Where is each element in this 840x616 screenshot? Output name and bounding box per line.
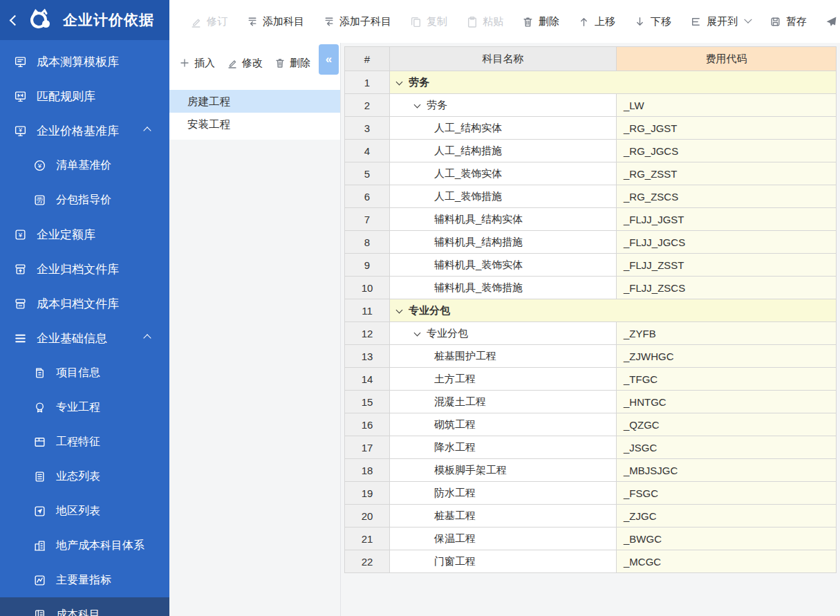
subject-name-cell[interactable]: 人工_结构措施 [390, 140, 617, 162]
subject-name-cell[interactable]: 桩基工程 [390, 505, 617, 528]
publish-button[interactable]: 发布 [825, 15, 840, 28]
caret-down-icon[interactable] [396, 306, 403, 313]
copy-button[interactable]: 复制 [410, 15, 447, 28]
sidebar-item-list-base-price[interactable]: ¥ 清单基准价 [0, 148, 169, 183]
paste-button[interactable]: 粘贴 [466, 15, 503, 28]
table-row[interactable]: 6 人工_装饰措施 _RG_ZSCS [345, 185, 837, 208]
table-row[interactable]: 10 辅料机具_装饰措施 _FLJJ_ZSCS [345, 277, 837, 299]
sidebar-item-enterprise-basic-info[interactable]: 企业基础信息 [0, 321, 169, 355]
table-row[interactable]: 12 专业分包 _ZYFB [345, 322, 837, 345]
modify-button[interactable]: 修改 [227, 57, 263, 70]
table-row[interactable]: 13 桩基围护工程 _ZJWHGC [345, 345, 837, 368]
fee-code-cell[interactable]: _HNTGC [617, 391, 837, 413]
back-icon[interactable] [10, 15, 21, 26]
table-row[interactable]: 5 人工_装饰实体 _RG_ZSST [345, 162, 837, 185]
fee-code-cell[interactable]: _RG_JGST [617, 117, 837, 140]
subject-name-cell[interactable]: 专业分包 [390, 322, 617, 345]
add-subject-button[interactable]: 添加科目 [246, 15, 304, 28]
subject-name-cell[interactable]: 人工_结构实体 [390, 117, 617, 140]
col-header-subject-name[interactable]: 科目名称 [390, 47, 617, 71]
project-list-item-installation[interactable]: 安装工程 [169, 113, 340, 136]
sidebar-item-main-quantity-indicators[interactable]: 主要量指标 [0, 563, 169, 597]
sidebar-item-cost-archive-library[interactable]: 成本归档文件库 [0, 286, 169, 321]
insert-button[interactable]: 插入 [179, 57, 215, 70]
fee-code-cell[interactable]: _QZGC [617, 413, 837, 436]
table-row[interactable]: 3 人工_结构实体 _RG_JGST [345, 117, 837, 140]
temp-save-button[interactable]: 暂存 [769, 15, 807, 28]
project-list-item-building[interactable]: 房建工程 [169, 90, 340, 113]
add-child-subject-button[interactable]: 添加子科目 [323, 15, 391, 28]
subject-group-cell[interactable]: 专业分包 [390, 299, 837, 322]
fee-code-cell[interactable]: _FLJJ_ZSST [617, 254, 837, 277]
fee-code-cell[interactable]: _FSGC [617, 482, 837, 505]
subject-name-cell[interactable]: 辅料机具_结构措施 [390, 231, 617, 254]
subject-name-cell[interactable]: 土方工程 [390, 368, 617, 391]
subject-name-cell[interactable]: 辅料机具_结构实体 [390, 208, 617, 231]
table-row[interactable]: 16 砌筑工程 _QZGC [345, 413, 837, 436]
table-row[interactable]: 14 土方工程 _TFGC [345, 368, 837, 391]
table-row[interactable]: 8 辅料机具_结构措施 _FLJJ_JGCS [345, 231, 837, 254]
subject-name-cell[interactable]: 降水工程 [390, 436, 617, 459]
subject-name-cell[interactable]: 混凝土工程 [390, 391, 617, 413]
sidebar-item-enterprise-archive-library[interactable]: 企业归档文件库 [0, 252, 169, 286]
table-row[interactable]: 9 辅料机具_装饰实体 _FLJJ_ZSST [345, 254, 837, 277]
subject-name-cell[interactable]: 辅料机具_装饰实体 [390, 254, 617, 277]
subject-name-cell[interactable]: 人工_装饰措施 [390, 185, 617, 208]
subject-name-cell[interactable]: 砌筑工程 [390, 413, 617, 436]
col-header-index[interactable]: # [345, 47, 390, 71]
fee-code-cell[interactable]: _BWGC [617, 528, 837, 550]
revise-button[interactable]: 修订 [190, 15, 227, 28]
table-row[interactable]: 4 人工_结构措施 _RG_JGCS [345, 140, 837, 162]
subject-name-cell[interactable]: 桩基围护工程 [390, 345, 617, 368]
expand-to-button[interactable]: 展开到 [690, 15, 751, 28]
fee-code-cell[interactable]: _MBJSJGC [617, 459, 837, 482]
table-row[interactable]: 18 模板脚手架工程 _MBJSJGC [345, 459, 837, 482]
table-row[interactable]: 17 降水工程 _JSGC [345, 436, 837, 459]
table-row[interactable]: 11 专业分包 [345, 299, 837, 322]
subject-name-cell[interactable]: 模板脚手架工程 [390, 459, 617, 482]
fee-code-cell[interactable]: _ZYFB [617, 322, 837, 345]
table-row[interactable]: 15 混凝土工程 _HNTGC [345, 391, 837, 413]
delete-button[interactable]: 删除 [522, 15, 559, 28]
fee-code-cell[interactable]: _FLJJ_ZSCS [617, 277, 837, 299]
sidebar-item-professional-engineering[interactable]: 专业工程 [0, 390, 169, 424]
subject-group-cell[interactable]: 劳务 [390, 71, 837, 94]
sidebar-item-business-list[interactable]: 业态列表 [0, 459, 169, 494]
sidebar-item-cost-subject[interactable]: 成本科目 [0, 597, 169, 616]
caret-down-icon[interactable] [414, 101, 421, 108]
subject-name-cell[interactable]: 辅料机具_装饰措施 [390, 277, 617, 299]
fee-code-cell[interactable]: _TFGC [617, 368, 837, 391]
sidebar-item-match-rules-library[interactable]: 匹配规则库 [0, 79, 169, 113]
caret-down-icon[interactable] [414, 329, 421, 336]
subject-name-cell[interactable]: 人工_装饰实体 [390, 162, 617, 185]
col-header-fee-code[interactable]: 费用代码 [617, 47, 837, 71]
sidebar-item-region-list[interactable]: 地区列表 [0, 494, 169, 528]
fee-code-cell[interactable]: _MCGC [617, 550, 837, 573]
fee-code-cell[interactable]: _RG_ZSST [617, 162, 837, 185]
fee-code-cell[interactable]: _FLJJ_JGCS [617, 231, 837, 254]
move-up-button[interactable]: 上移 [578, 15, 615, 28]
sidebar-item-cost-template-library[interactable]: 成本测算模板库 [0, 44, 169, 79]
fee-code-cell[interactable]: _RG_ZSCS [617, 185, 837, 208]
table-row[interactable]: 1 劳务 [345, 71, 837, 94]
subject-name-cell[interactable]: 劳务 [390, 94, 617, 117]
fee-code-cell[interactable]: _LW [617, 94, 837, 117]
table-row[interactable]: 22 门窗工程 _MCGC [345, 550, 837, 573]
fee-code-cell[interactable]: _ZJWHGC [617, 345, 837, 368]
sidebar-item-subcontract-guide-price[interactable]: 劳 分包指导价 [0, 183, 169, 217]
table-row[interactable]: 21 保温工程 _BWGC [345, 528, 837, 550]
subject-name-cell[interactable]: 门窗工程 [390, 550, 617, 573]
caret-down-icon[interactable] [396, 78, 403, 85]
chevron-up-icon[interactable] [143, 127, 151, 134]
chevron-up-icon[interactable] [143, 334, 151, 342]
sidebar-item-project-info[interactable]: 项目信息 [0, 355, 169, 390]
table-row[interactable]: 7 辅料机具_结构实体 _FLJJ_JGST [345, 208, 837, 231]
move-down-button[interactable]: 下移 [634, 15, 671, 28]
subject-name-cell[interactable]: 防水工程 [390, 482, 617, 505]
table-row[interactable]: 2 劳务 _LW [345, 94, 837, 117]
sidebar-item-engineering-features[interactable]: 工程特征 [0, 424, 169, 459]
collapse-panel-button[interactable]: « [319, 44, 339, 75]
fee-code-cell[interactable]: _ZJGC [617, 505, 837, 528]
subject-name-cell[interactable]: 保温工程 [390, 528, 617, 550]
sidebar-item-enterprise-price-base-library[interactable]: ¥ 企业价格基准库 [0, 113, 169, 148]
